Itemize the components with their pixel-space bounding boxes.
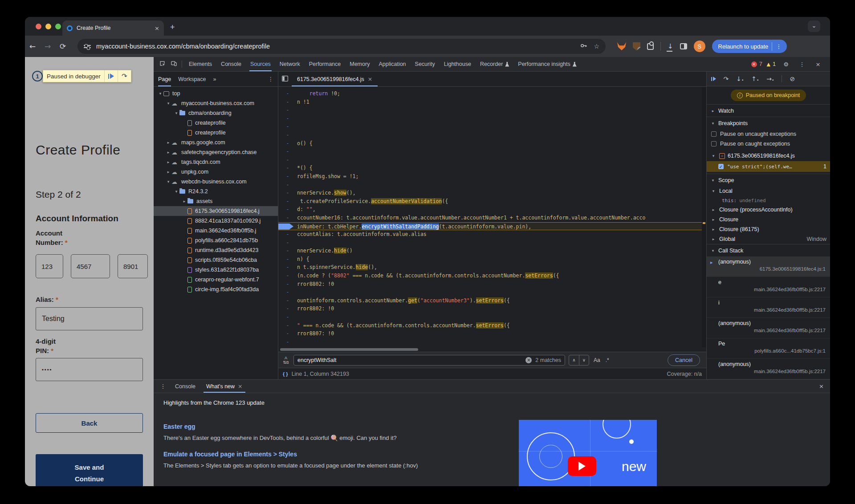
line-gutter[interactable]: -	[278, 280, 297, 289]
line-gutter[interactable]: -	[278, 263, 297, 272]
tab-memory[interactable]: Memory	[345, 57, 374, 71]
editor-tab-close-icon[interactable]: ×	[368, 76, 372, 82]
navigator-more-tabs-icon[interactable]: »	[213, 76, 216, 82]
tree-arrow-icon[interactable]: ▸	[165, 160, 171, 164]
code-line[interactable]: -	[278, 147, 706, 156]
drawer-kebab-icon[interactable]: ⋮	[157, 383, 169, 390]
resume-script-button[interactable]	[104, 70, 118, 82]
step-into-icon[interactable]: ↓	[736, 75, 744, 82]
code-line[interactable]: -rror8807: !0	[278, 329, 706, 338]
code-line[interactable]: -	[278, 338, 706, 346]
tree-item[interactable]: createprofile	[154, 118, 278, 128]
extensions-puzzle-icon[interactable]	[647, 43, 654, 50]
account-number-field-1[interactable]: 123	[36, 254, 63, 278]
line-gutter[interactable]: -	[278, 89, 297, 98]
code-line[interactable]: -n t.spinnerService.hide(),	[278, 263, 706, 272]
tree-arrow-icon[interactable]: ▾	[157, 91, 163, 96]
call-stack-frame[interactable]: (anonymous)main.36624ed36fb0ff5b.js:2217	[707, 359, 830, 379]
code-line[interactable]: - return !0;	[278, 89, 706, 98]
close-window-button[interactable]	[36, 24, 41, 29]
resume-script-icon[interactable]	[711, 77, 716, 81]
line-gutter[interactable]: -	[278, 164, 297, 172]
back-button[interactable]: Back	[36, 413, 143, 433]
tree-item[interactable]: ▾R24.3.2	[154, 187, 278, 196]
tab-sources[interactable]: Sources	[246, 57, 275, 71]
checkbox-checked[interactable]: ✓	[718, 164, 724, 169]
tab-search-chevron-icon[interactable]: ⌄	[808, 20, 820, 32]
tree-item[interactable]: ▸☁tags.tiqcdn.com	[154, 157, 278, 167]
checkbox-unchecked[interactable]	[711, 141, 717, 146]
code-line[interactable]: -nnerService.hide()	[278, 247, 706, 255]
tree-arrow-icon[interactable]: ▸	[165, 140, 171, 145]
tree-item[interactable]: ▾☁myaccount-business.cox.com	[154, 98, 278, 108]
line-gutter[interactable]: -	[278, 147, 297, 156]
checkbox-unchecked[interactable]	[711, 131, 717, 137]
step-icon[interactable]: →	[766, 75, 774, 82]
code-line[interactable]: -*() {	[278, 164, 706, 172]
tree-item[interactable]: scripts.0f859e54cb06cba	[154, 255, 278, 265]
line-gutter[interactable]: -	[278, 239, 297, 247]
site-settings-icon[interactable]	[84, 44, 91, 49]
call-stack-frame[interactable]: imain.36624ed36fb0ff5b.js:2217	[707, 297, 830, 318]
clear-search-icon[interactable]: ×	[525, 357, 532, 363]
tree-arrow-icon[interactable]: ▸	[165, 150, 171, 154]
url-text[interactable]: myaccount-business.cox.com/cbma/onboardi…	[96, 43, 574, 50]
error-counter[interactable]: × 7	[751, 61, 762, 67]
side-panel-icon[interactable]	[680, 43, 687, 49]
code-line[interactable]: -nnerService.show(),	[278, 189, 706, 197]
youtube-play-icon[interactable]	[568, 456, 596, 476]
downloads-icon[interactable]: ↓	[668, 42, 673, 50]
navigator-kebab-icon[interactable]: ⋮	[268, 76, 274, 82]
code-line[interactable]: -ccountNumber16: t.accountinfoform.value…	[278, 214, 706, 222]
code-line[interactable]: -	[278, 313, 706, 321]
cancel-search-button[interactable]: Cancel	[668, 354, 700, 366]
navigator-tab-page[interactable]: Page	[158, 72, 171, 86]
scope-arrow-icon[interactable]: ▸	[710, 217, 717, 222]
whats-new-video-thumbnail[interactable]: new	[519, 420, 657, 486]
line-gutter[interactable]: -	[278, 297, 297, 305]
alias-field[interactable]: Testing	[36, 307, 143, 330]
devtools-close-icon[interactable]: ×	[812, 61, 824, 68]
code-line[interactable]: -	[278, 122, 706, 131]
maximize-window-button[interactable]	[55, 24, 61, 29]
code-line[interactable]: -(n.code ? ("8802" === n.code && (t.acco…	[278, 272, 706, 280]
search-query[interactable]: encryptWithSalt	[297, 357, 525, 363]
line-gutter[interactable]: -	[278, 98, 297, 106]
tree-item[interactable]: ▸☁maps.google.com	[154, 138, 278, 147]
editor-tab-active[interactable]: 6175.3e0065199816fec4.js ×	[292, 72, 378, 86]
tree-arrow-icon[interactable]: ▾	[165, 101, 171, 106]
traffic-lights[interactable]	[36, 24, 61, 29]
line-gutter[interactable]: -	[278, 214, 297, 222]
breakpoint-file-row[interactable]: ▾‹› 6175.3e0065199816fec4.js	[707, 150, 830, 161]
code-line[interactable]: -ountinfoform.controls.accountNumber.get…	[278, 297, 706, 305]
browser-tab[interactable]: Create Profile ×	[62, 20, 164, 36]
navigator-tab-workspace[interactable]: Workspace	[178, 72, 206, 86]
line-gutter[interactable]: -	[278, 172, 297, 181]
code-line[interactable]: -n) {	[278, 255, 706, 264]
scope-row-global[interactable]: ▸GlobalWindow	[707, 234, 830, 244]
line-gutter[interactable]: -	[278, 197, 297, 206]
code-line[interactable]: -" === n.code && (t.accountinfoform.cont…	[278, 321, 706, 330]
code-line[interactable]: -d: "",	[278, 205, 706, 214]
password-key-icon[interactable]	[580, 42, 587, 51]
warning-counter[interactable]: ▲ 1	[767, 61, 776, 67]
drawer-tab-console[interactable]: Console	[171, 380, 200, 393]
call-stack-frame[interactable]: ▸(anonymous)6175.3e0065199816fec4.js:1	[707, 256, 830, 277]
tree-arrow-icon[interactable]: ▾	[165, 179, 171, 184]
tree-item[interactable]: ▾cbma/onboarding	[154, 108, 278, 118]
step-out-icon[interactable]: ↑	[751, 75, 759, 82]
scope-row-closure-processaccountinfo-[interactable]: ▸Closure (processAccountInfo)	[707, 205, 830, 215]
line-gutter[interactable]: -	[278, 156, 297, 164]
reload-icon[interactable]: ⟳	[55, 42, 70, 51]
scope-arrow-icon[interactable]: ▸	[710, 207, 717, 212]
line-gutter[interactable]: -	[278, 338, 297, 346]
previous-match-icon[interactable]: ∧	[569, 355, 579, 365]
code-line[interactable]: -	[278, 181, 706, 189]
line-gutter[interactable]	[278, 223, 297, 230]
call-stack-frame[interactable]: Pepolyfills.a660c...41db75bc7.js:1	[707, 338, 830, 359]
new-tab-button[interactable]: +	[170, 23, 175, 31]
save-and-continue-button[interactable]: Save and Continue	[36, 454, 143, 486]
bookmark-star-icon[interactable]: ☆	[594, 43, 599, 50]
line-gutter[interactable]: -	[278, 131, 297, 139]
line-gutter[interactable]: -	[278, 288, 297, 297]
